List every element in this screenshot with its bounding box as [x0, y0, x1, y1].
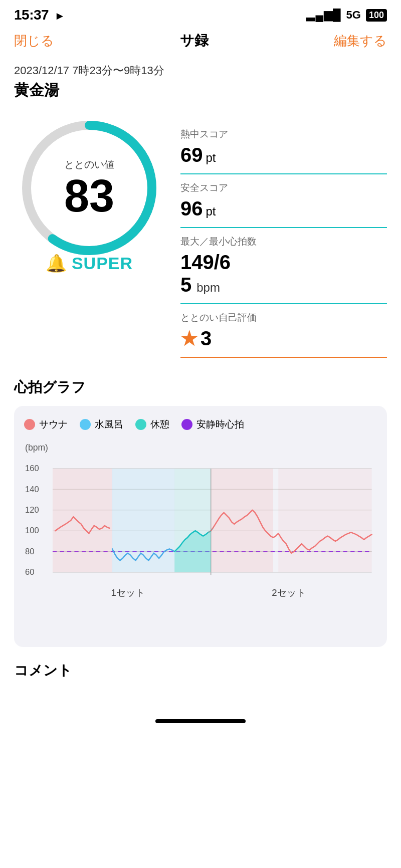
gauge-container: ととのい値 83 🔔 SUPER — [14, 113, 164, 273]
svg-text:1セット: 1セット — [111, 587, 144, 598]
home-indicator — [155, 719, 246, 723]
svg-text:100: 100 — [25, 526, 39, 535]
svg-text:80: 80 — [25, 547, 34, 556]
svg-text:(bpm): (bpm) — [25, 443, 48, 453]
edit-button[interactable]: 編集する — [334, 32, 387, 50]
heat-score-label: 熱中スコア — [180, 128, 387, 141]
bottom-bar — [0, 689, 401, 730]
legend-kyukei-label: 休憩 — [150, 418, 169, 431]
super-text: SUPER — [72, 254, 133, 273]
legend-ansei: 安静時心拍 — [181, 418, 244, 431]
svg-text:2セット: 2セット — [272, 587, 305, 598]
legend-mizu-label: 水風呂 — [95, 418, 123, 431]
score-panel: 熱中スコア 69 pt 安全スコア 96 pt 最大／最小心拍数 149/6 5 — [180, 113, 387, 358]
svg-text:120: 120 — [25, 505, 39, 515]
nav-title: サ録 — [180, 31, 209, 50]
status-bar: 15:37 ► ▂▄▆█ 5G 100 — [0, 0, 401, 27]
comment-section: コメント — [0, 647, 401, 680]
gauge-label: ととのい値 — [64, 158, 114, 171]
signal-icon: ▂▄▆█ — [306, 9, 341, 22]
graph-title: 心拍グラフ — [14, 378, 387, 397]
safe-score-item: 安全スコア 96 pt — [180, 174, 387, 228]
score-area: ととのい値 83 🔔 SUPER 熱中スコア 69 pt 安全スコア 96 pt — [0, 101, 401, 366]
super-label: 🔔 SUPER — [14, 253, 164, 273]
hr-score-item: 最大／最小心拍数 149/6 5 bpm — [180, 228, 387, 304]
svg-rect-16 — [53, 469, 112, 572]
self-score-label: ととのい自己評価 — [180, 311, 387, 324]
close-button[interactable]: 閉じる — [14, 32, 54, 50]
kyukei-dot — [135, 419, 146, 430]
safe-score-label: 安全スコア — [180, 181, 387, 194]
session-place: 黄金湯 — [14, 80, 387, 101]
heat-score-value: 69 pt — [180, 144, 387, 166]
legend-kyukei: 休憩 — [135, 418, 169, 431]
legend-mizu: 水風呂 — [80, 418, 123, 431]
hr-value2: 5 — [180, 274, 191, 296]
legend-sauna-label: サウナ — [39, 418, 68, 431]
status-icons: ▂▄▆█ 5G 100 — [306, 9, 387, 22]
status-time: 15:37 ► — [14, 7, 65, 23]
self-score-value: ★ 3 — [180, 327, 387, 350]
chart-container: (bpm) 160 140 120 100 80 60 — [24, 440, 377, 637]
svg-text:60: 60 — [25, 567, 34, 577]
self-score-item: ととのい自己評価 ★ 3 — [180, 304, 387, 358]
graph-legend: サウナ 水風呂 休憩 安静時心拍 — [24, 418, 377, 431]
safe-score-value: 96 pt — [180, 197, 387, 220]
hr-value: 149/6 — [180, 251, 231, 274]
session-info: 2023/12/17 7時23分〜9時13分 黄金湯 — [0, 58, 401, 101]
graph-section: 心拍グラフ サウナ 水風呂 休憩 安静時心拍 — [0, 366, 401, 647]
svg-rect-17 — [112, 469, 174, 572]
graph-card: サウナ 水風呂 休憩 安静時心拍 (bpm) 160 — [14, 406, 387, 647]
legend-ansei-label: 安静時心拍 — [196, 418, 244, 431]
hr-value-row: 149/6 5 bpm — [180, 251, 387, 296]
comment-title: コメント — [14, 661, 387, 680]
battery-indicator: 100 — [366, 9, 387, 22]
gauge-value: 83 — [64, 173, 114, 219]
legend-sauna: サウナ — [24, 418, 68, 431]
nav-bar: 閉じる サ録 編集する — [0, 27, 401, 58]
star-value: 3 — [200, 327, 212, 350]
sauna-dot — [24, 419, 35, 430]
hr-unit: bpm — [196, 281, 220, 295]
bell-icon: 🔔 — [46, 253, 67, 273]
svg-text:140: 140 — [25, 485, 39, 494]
svg-rect-20 — [278, 469, 371, 572]
network-label: 5G — [346, 9, 361, 22]
gauge-inner: ととのい値 83 — [14, 113, 164, 263]
svg-rect-19 — [211, 469, 273, 572]
heat-score-item: 熱中スコア 69 pt — [180, 121, 387, 174]
hr-score-label: 最大／最小心拍数 — [180, 235, 387, 248]
star-icon: ★ — [180, 328, 197, 350]
session-date: 2023/12/17 7時23分〜9時13分 — [14, 63, 387, 78]
ansei-dot — [181, 419, 192, 430]
svg-text:160: 160 — [25, 464, 39, 473]
chart-svg: (bpm) 160 140 120 100 80 60 — [24, 440, 377, 637]
mizu-dot — [80, 419, 91, 430]
